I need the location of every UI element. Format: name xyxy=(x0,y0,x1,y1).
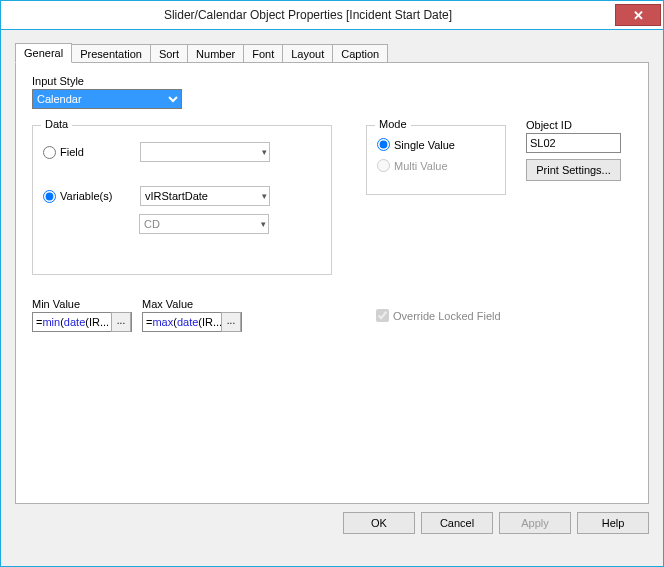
variable-primary-combo[interactable]: vIRStartDate ▾ xyxy=(140,186,270,206)
titlebar: Slider/Calendar Object Properties [Incid… xyxy=(1,1,663,30)
tab-presentation[interactable]: Presentation xyxy=(71,44,151,63)
tab-caption[interactable]: Caption xyxy=(332,44,388,63)
tab-font[interactable]: Font xyxy=(243,44,283,63)
chevron-down-icon: ▾ xyxy=(262,147,267,157)
radio-multi-label: Multi Value xyxy=(394,160,448,172)
tab-strip: General Presentation Sort Number Font La… xyxy=(15,40,649,62)
min-value-expression-button[interactable]: ... xyxy=(111,312,131,332)
group-mode: Mode Single Value Multi Value xyxy=(366,125,506,195)
radio-single-value[interactable] xyxy=(377,138,390,151)
variable-primary-value: vIRStartDate xyxy=(145,190,208,202)
close-icon: ✕ xyxy=(633,8,644,23)
group-data: Data Field ▾ Variable(s) vIRStartDate ▾ xyxy=(32,125,332,275)
override-label: Override Locked Field xyxy=(393,310,501,322)
help-button[interactable]: Help xyxy=(577,512,649,534)
min-value-expression: =min(date(IR... xyxy=(33,316,111,328)
variable-secondary-value: CD xyxy=(144,218,160,230)
ok-button[interactable]: OK xyxy=(343,512,415,534)
dialog-window: Slider/Calendar Object Properties [Incid… xyxy=(0,0,664,567)
radio-field-label: Field xyxy=(60,146,140,158)
close-button[interactable]: ✕ xyxy=(615,4,661,26)
override-locked-field: Override Locked Field xyxy=(376,309,501,322)
variable-secondary-combo[interactable]: CD ▾ xyxy=(139,214,269,234)
group-mode-legend: Mode xyxy=(375,118,411,130)
max-value-expression: =max(date(IR... xyxy=(143,316,221,328)
tab-sort[interactable]: Sort xyxy=(150,44,188,63)
tab-general[interactable]: General xyxy=(15,43,72,63)
object-id-input[interactable] xyxy=(526,133,621,153)
apply-button: Apply xyxy=(499,512,571,534)
radio-variables-label: Variable(s) xyxy=(60,190,140,202)
min-value-field[interactable]: =min(date(IR... ... xyxy=(32,312,132,332)
object-id-label: Object ID xyxy=(526,119,648,131)
chevron-down-icon: ▾ xyxy=(261,219,266,229)
radio-multi-value xyxy=(377,159,390,172)
max-value-expression-button[interactable]: ... xyxy=(221,312,241,332)
input-style-label: Input Style xyxy=(32,75,632,87)
object-id-block: Object ID Print Settings... xyxy=(526,119,648,181)
cancel-button[interactable]: Cancel xyxy=(421,512,493,534)
tab-layout[interactable]: Layout xyxy=(282,44,333,63)
tab-number[interactable]: Number xyxy=(187,44,244,63)
print-settings-button[interactable]: Print Settings... xyxy=(526,159,621,181)
max-value-label: Max Value xyxy=(142,298,242,310)
dialog-buttons: OK Cancel Apply Help xyxy=(15,512,649,534)
tab-panel-general: Input Style Calendar Data Field ▾ Var xyxy=(15,62,649,504)
max-value-field[interactable]: =max(date(IR... ... xyxy=(142,312,242,332)
radio-field[interactable] xyxy=(43,146,56,159)
client-area: General Presentation Sort Number Font La… xyxy=(1,30,663,566)
range-block: Min Value =min(date(IR... ... Max Value … xyxy=(32,298,242,332)
min-value-label: Min Value xyxy=(32,298,132,310)
group-data-legend: Data xyxy=(41,118,72,130)
override-checkbox xyxy=(376,309,389,322)
input-style-dropdown[interactable]: Calendar xyxy=(32,89,182,109)
radio-variables[interactable] xyxy=(43,190,56,203)
chevron-down-icon: ▾ xyxy=(262,191,267,201)
radio-single-label: Single Value xyxy=(394,139,455,151)
window-title: Slider/Calendar Object Properties [Incid… xyxy=(1,8,615,22)
field-combo[interactable]: ▾ xyxy=(140,142,270,162)
